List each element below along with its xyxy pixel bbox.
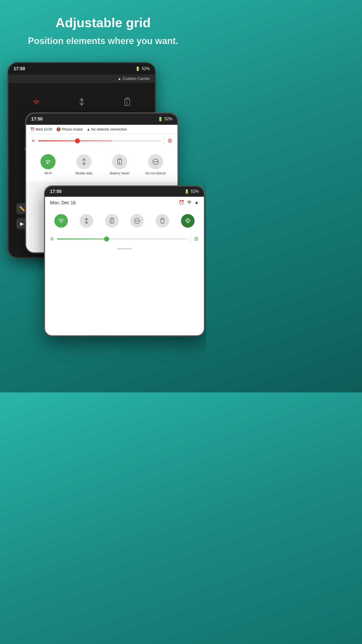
mobile-front-circle	[80, 214, 93, 228]
mute-label: Phone muted	[62, 127, 82, 131]
battery-front-circle	[105, 214, 119, 228]
alarm-time: Wed 10:55	[35, 127, 52, 131]
brightness-divider	[164, 137, 164, 145]
tile-flashlight-front[interactable]	[150, 212, 175, 230]
dnd-circle-mid	[148, 154, 163, 169]
front-time: 17:50	[50, 189, 62, 194]
mute-notif: 🔕 Phone muted	[56, 127, 82, 131]
svg-rect-11	[111, 218, 113, 219]
tile-battery-mid[interactable]: Battery Saver	[102, 150, 138, 179]
tile-mobile-front[interactable]	[74, 212, 99, 230]
front-date: Mon, Dec 16	[50, 200, 76, 206]
flashlight-front-circle	[156, 214, 169, 228]
tile-wifi-front[interactable]	[49, 212, 74, 230]
tile-dnd-label-mid: Do not disturb	[145, 171, 166, 175]
svg-rect-0	[125, 99, 130, 105]
mid-battery: 🔋 52%	[158, 117, 172, 122]
carrier-signal-icon: ▲	[117, 76, 121, 81]
handle-bar	[117, 248, 132, 249]
phones-container: 17:50 🔋 52% ▲ Custom Carrier Wi-Fi	[0, 62, 206, 339]
front-battery: 🔋 52%	[184, 189, 199, 194]
brightness-low-icon: ☀	[31, 138, 35, 144]
front-wifi-icon	[187, 200, 192, 206]
main-title: Adjustable grid	[10, 15, 196, 30]
front-status-bar: 17:50 🔋 52%	[45, 186, 204, 197]
carrier-bar: ▲ Custom Carrier	[9, 74, 155, 83]
mute-icon: 🔕	[56, 127, 61, 131]
phone-front: 17:50 🔋 52% Mon, Dec 16 ⏰ ▲	[44, 185, 205, 336]
front-handle	[45, 245, 204, 252]
tile-battery-label-mid: Battery Saver	[110, 171, 130, 175]
front-brightness-slider[interactable]	[57, 238, 188, 239]
front-alarm-icon: ⏰	[179, 200, 184, 206]
tile-wifi-label-mid: Wi-Fi	[44, 171, 52, 175]
back-status-bar: 17:50 🔋 52%	[9, 63, 155, 74]
dnd-front-circle	[130, 214, 144, 228]
svg-rect-14	[161, 218, 163, 219]
mid-notification-bar: ⏰ Wed 10:55 🔕 Phone muted ▲ No network c…	[26, 125, 177, 134]
mobile-circle-mid	[76, 154, 92, 169]
tile-autorotate-front[interactable]	[175, 212, 200, 230]
network-label: No network connection	[91, 127, 127, 131]
mid-status-bar: 17:50 🔋 52%	[26, 113, 177, 125]
front-brightness-thumb[interactable]	[104, 236, 109, 242]
brightness-thumb[interactable]	[75, 138, 80, 143]
main-subtitle: Position elements where you want.	[10, 35, 196, 47]
network-notif: ▲ No network connection	[87, 127, 127, 131]
svg-rect-7	[119, 158, 121, 159]
wifi-circle-mid	[40, 154, 56, 169]
front-status-icons: ⏰ ▲	[179, 200, 199, 206]
brightness-slider[interactable]	[38, 140, 161, 141]
front-signal-icon: ▲	[194, 200, 199, 206]
back-battery: 🔋 52%	[135, 66, 150, 71]
mid-grid: Wi-Fi Mobile data	[26, 148, 177, 182]
mid-time: 17:50	[31, 116, 43, 122]
header-section: Adjustable grid Position elements where …	[0, 0, 206, 57]
alarm-icon: ⏰	[30, 127, 34, 131]
wifi-front-circle	[54, 214, 68, 228]
battery-circle-mid	[112, 154, 127, 169]
auto-brightness-icon[interactable]: ⚙	[167, 138, 172, 144]
carrier-name: Custom Carrier	[123, 76, 150, 81]
tile-dnd-front[interactable]	[124, 212, 150, 230]
svg-rect-1	[126, 98, 128, 99]
wifi-icon-back	[29, 95, 43, 109]
front-brightness-divider	[191, 235, 191, 243]
battery-icon-back	[120, 95, 134, 109]
autorotate-front-circle	[181, 214, 195, 228]
mid-brightness-row: ☀ ⚙	[26, 134, 177, 148]
front-grid	[45, 209, 204, 233]
back-time: 17:50	[14, 66, 25, 71]
tile-wifi-mid[interactable]: Wi-Fi	[30, 150, 66, 179]
tile-battery-front[interactable]	[99, 212, 124, 230]
tile-mobile-mid[interactable]: Mobile data	[66, 150, 102, 179]
mobile-icon-back	[75, 95, 88, 109]
tile-dnd-mid[interactable]: Do not disturb	[138, 150, 174, 179]
front-auto-brightness-icon[interactable]: ⚙	[194, 236, 199, 242]
alarm-notif: ⏰ Wed 10:55	[30, 127, 52, 131]
svg-rect-6	[118, 159, 122, 164]
tile-mobile-label-mid: Mobile data	[75, 171, 92, 175]
front-date-bar: Mon, Dec 16 ⏰ ▲	[45, 197, 204, 209]
front-brightness-icon: ⚙	[50, 236, 54, 242]
front-brightness-row: ⚙ ⚙	[45, 233, 204, 245]
network-signal-icon: ▲	[87, 127, 90, 131]
